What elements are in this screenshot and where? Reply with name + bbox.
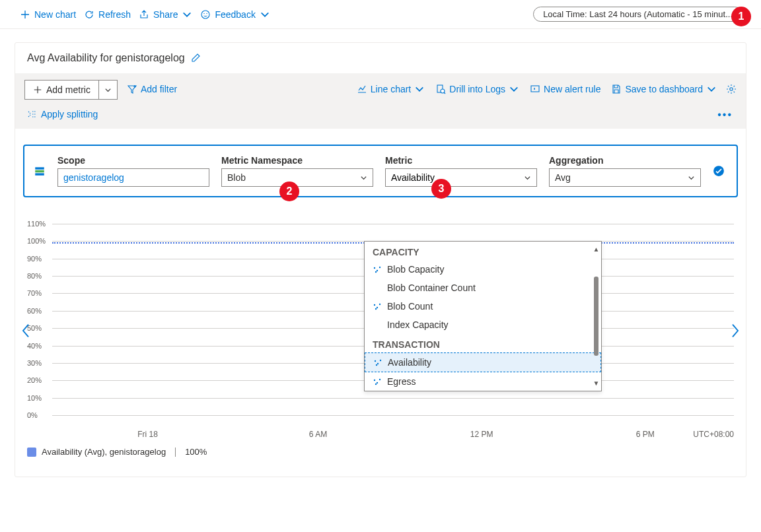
legend-value: 100% bbox=[185, 447, 207, 457]
y-tick: 100% bbox=[27, 237, 46, 245]
svg-rect-5 bbox=[531, 86, 539, 92]
add-filter-button[interactable]: Add filter bbox=[126, 80, 178, 98]
check-icon[interactable] bbox=[713, 165, 725, 177]
y-tick: 40% bbox=[27, 342, 42, 350]
line-chart-label: Line chart bbox=[371, 84, 411, 94]
scroll-up-icon[interactable]: ▲ bbox=[593, 246, 600, 253]
svg-point-18 bbox=[375, 308, 377, 310]
svg-rect-8 bbox=[35, 170, 44, 172]
dropdown-item-blob-container-count[interactable]: Blob Container Count bbox=[365, 279, 601, 297]
line-chart-icon bbox=[357, 84, 367, 94]
aggregation-label: Aggregation bbox=[549, 155, 701, 166]
svg-point-14 bbox=[375, 271, 377, 273]
chevron-down-icon bbox=[182, 9, 192, 20]
top-toolbar: New chart Refresh Share Feedback Local T… bbox=[0, 0, 761, 29]
time-range-text: Local Time: Last 24 hours (Automatic - 1… bbox=[543, 9, 733, 19]
refresh-button[interactable]: Refresh bbox=[83, 7, 132, 22]
x-tick: 6 PM bbox=[636, 430, 655, 439]
refresh-icon bbox=[84, 9, 94, 20]
scope-field: Scope genistoragelog bbox=[57, 155, 209, 187]
svg-point-21 bbox=[380, 360, 381, 361]
new-alert-label: New alert rule bbox=[544, 84, 600, 94]
new-chart-label: New chart bbox=[34, 9, 76, 20]
more-menu-button[interactable]: ••• bbox=[713, 105, 737, 125]
drill-logs-label: Drill into Logs bbox=[449, 84, 505, 94]
scope-value: genistoragelog bbox=[63, 172, 124, 183]
save-icon bbox=[611, 84, 622, 94]
y-tick: 20% bbox=[27, 376, 42, 384]
save-dashboard-button[interactable]: Save to dashboard bbox=[610, 80, 718, 98]
logs-icon bbox=[435, 84, 446, 94]
scope-control[interactable]: genistoragelog bbox=[57, 168, 209, 187]
svg-rect-7 bbox=[35, 167, 44, 169]
dropdown-item-availability[interactable]: Availability bbox=[365, 352, 601, 372]
chevron-down-icon bbox=[104, 86, 112, 94]
namespace-value: Blob bbox=[227, 172, 246, 183]
nav-prev-button[interactable] bbox=[20, 323, 31, 342]
settings-button[interactable] bbox=[726, 80, 737, 98]
svg-point-16 bbox=[377, 307, 378, 308]
share-icon bbox=[139, 9, 149, 20]
new-alert-rule-button[interactable]: New alert rule bbox=[528, 80, 602, 98]
namespace-label: Metric Namespace bbox=[221, 155, 373, 166]
filter-icon bbox=[127, 84, 137, 94]
metric-control[interactable]: Availability bbox=[385, 168, 537, 187]
apply-splitting-label: Apply splitting bbox=[41, 109, 98, 119]
nav-next-button[interactable] bbox=[730, 323, 741, 342]
svg-point-24 bbox=[377, 382, 378, 383]
edit-icon[interactable] bbox=[190, 53, 201, 63]
svg-point-17 bbox=[379, 304, 380, 305]
aggregation-control[interactable]: Avg bbox=[549, 168, 701, 187]
svg-point-6 bbox=[730, 88, 733, 90]
chevron-right-icon bbox=[730, 323, 741, 339]
svg-point-23 bbox=[374, 380, 375, 381]
dropdown-item-index-capacity[interactable]: Index Capacity bbox=[365, 316, 601, 334]
y-tick: 0% bbox=[27, 411, 38, 419]
legend-separator bbox=[175, 448, 176, 457]
line-chart-button[interactable]: Line chart bbox=[355, 80, 426, 98]
dropdown-item-blob-count[interactable]: Blob Count bbox=[365, 297, 601, 316]
face-icon bbox=[200, 9, 211, 20]
add-metric-main[interactable]: Add metric bbox=[25, 81, 98, 99]
namespace-control[interactable]: Blob bbox=[221, 168, 373, 187]
svg-point-22 bbox=[376, 364, 377, 366]
scroll-down-icon[interactable]: ▼ bbox=[593, 380, 600, 387]
feedback-button[interactable]: Feedback bbox=[199, 7, 271, 22]
y-tick: 110% bbox=[27, 220, 46, 228]
svg-point-19 bbox=[375, 360, 376, 362]
time-range-picker[interactable]: Local Time: Last 24 hours (Automatic - 1… bbox=[533, 7, 743, 22]
y-tick: 30% bbox=[27, 359, 42, 367]
y-tick: 80% bbox=[27, 272, 42, 280]
callout-badge-3: 3 bbox=[431, 179, 451, 199]
dropdown-item-egress[interactable]: Egress bbox=[365, 372, 601, 391]
apply-splitting-button[interactable]: Apply splitting bbox=[26, 105, 99, 123]
refresh-label: Refresh bbox=[98, 9, 131, 20]
add-metric-split[interactable] bbox=[98, 81, 117, 99]
resource-icon bbox=[34, 165, 46, 177]
aggregation-value: Avg bbox=[555, 172, 571, 183]
metric-value: Availability bbox=[391, 172, 435, 183]
svg-point-2 bbox=[207, 13, 207, 13]
legend-label: Availability (Avg), genistoragelog bbox=[42, 447, 166, 457]
x-tick: 6 AM bbox=[309, 430, 327, 439]
svg-point-26 bbox=[375, 383, 377, 385]
y-tick: 70% bbox=[27, 289, 42, 297]
svg-point-0 bbox=[201, 11, 209, 18]
chevron-down-icon bbox=[509, 84, 519, 94]
split-icon bbox=[27, 109, 38, 119]
chevron-down-icon bbox=[524, 174, 531, 182]
share-button[interactable]: Share bbox=[137, 7, 194, 22]
add-filter-label: Add filter bbox=[141, 84, 177, 94]
plus-icon bbox=[33, 85, 42, 94]
metric-field: Metric Availability bbox=[385, 155, 537, 187]
callout-badge-1: 1 bbox=[731, 7, 751, 26]
legend-swatch bbox=[27, 448, 36, 457]
drill-logs-button[interactable]: Drill into Logs bbox=[434, 80, 521, 98]
chevron-left-icon bbox=[20, 323, 31, 339]
dropdown-item-blob-capacity[interactable]: Blob Capacity bbox=[365, 260, 601, 279]
add-metric-button[interactable]: Add metric bbox=[24, 80, 118, 100]
dropdown-scrollbar[interactable]: ▲ ▼ bbox=[593, 246, 600, 387]
chevron-down-icon bbox=[414, 84, 425, 94]
scroll-thumb[interactable] bbox=[594, 277, 598, 356]
new-chart-button[interactable]: New chart bbox=[18, 7, 77, 22]
